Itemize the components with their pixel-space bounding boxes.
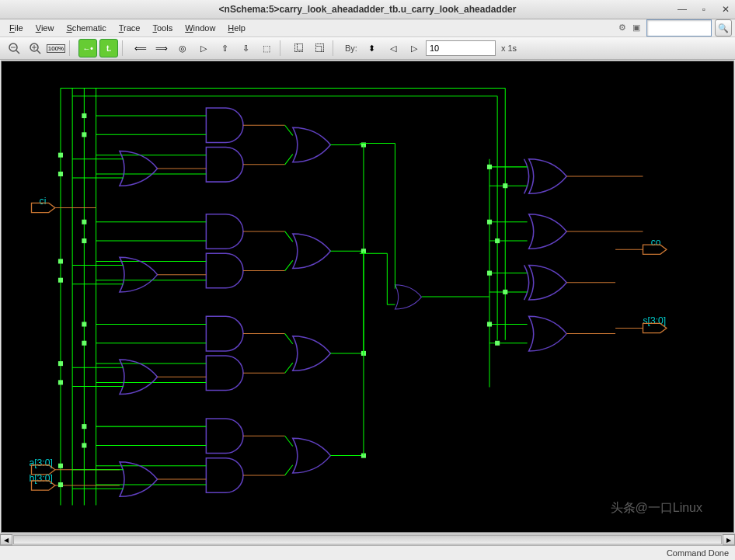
forward-button[interactable]: ⟹ — [152, 39, 171, 57]
port-co-label: co — [651, 237, 661, 248]
window-icon[interactable]: ▣ — [632, 23, 643, 33]
and-gate[interactable] — [206, 148, 243, 183]
and-gate[interactable] — [206, 253, 243, 288]
svg-line-52 — [285, 334, 293, 344]
by-label: By: — [342, 43, 361, 53]
schematic-canvas[interactable]: ci a[3:0] b[3:0] — [1, 61, 734, 533]
time-unit-label: x 1s — [498, 43, 520, 53]
menu-file[interactable]: File — [3, 22, 30, 34]
trace-load-button[interactable]: ▷ — [194, 39, 213, 57]
svg-line-40 — [285, 260, 293, 270]
or-gate[interactable] — [120, 257, 158, 292]
menu-window[interactable]: Window — [179, 22, 221, 34]
port-a-label: a[3:0] — [29, 457, 52, 468]
menu-help[interactable]: Help — [221, 22, 252, 34]
step-back-button[interactable]: ◁ — [384, 39, 402, 57]
settings-icon[interactable]: ⚙ — [618, 23, 629, 33]
menu-trace[interactable]: Trace — [113, 22, 147, 34]
up-button[interactable]: ⇧ — [215, 39, 234, 57]
expand-button[interactable]: ⬚ — [257, 39, 276, 57]
window-title: <nSchema:5>carry_look_aheadadder_tb.u_ca… — [219, 4, 517, 15]
or-gate[interactable] — [120, 151, 158, 186]
or-gate[interactable] — [293, 438, 331, 473]
zoom-out-button[interactable] — [5, 39, 23, 57]
or-gate[interactable] — [293, 234, 331, 269]
search-button[interactable]: 🔍 — [715, 19, 732, 37]
merge-or-gate[interactable] — [395, 285, 421, 309]
search-input[interactable] — [646, 19, 712, 37]
menu-view[interactable]: View — [30, 22, 61, 34]
down-button[interactable]: ⇩ — [236, 39, 255, 57]
step-mode-button[interactable]: ⬍ — [363, 39, 381, 57]
trace-driver-button[interactable]: ◎ — [173, 39, 192, 57]
minimize-button[interactable]: — — [676, 3, 688, 16]
nav-prev-button[interactable]: ←• — [78, 39, 97, 57]
svg-line-65 — [285, 436, 293, 446]
or-gate[interactable] — [120, 360, 158, 395]
scroll-right-button[interactable]: ▶ — [723, 534, 735, 545]
back-button[interactable]: ⟸ — [131, 39, 150, 57]
svg-line-4 — [37, 50, 40, 54]
maximize-button[interactable]: ▫ — [698, 3, 710, 16]
horizontal-scrollbar[interactable]: ◀ ▶ — [0, 534, 735, 545]
titlebar: <nSchema:5>carry_look_aheadadder_tb.u_ca… — [0, 0, 735, 19]
svg-line-66 — [285, 465, 293, 475]
zoom-in-button[interactable] — [26, 39, 44, 57]
scroll-track[interactable] — [13, 535, 722, 544]
toolbar: 100% ←• t. ⟸ ⟹ ◎ ▷ ⇧ ⇩ ⬚ ⿺ ⿹ By: ⬍ ◁ ▷ x… — [0, 37, 735, 60]
menu-schematic[interactable]: Schematic — [60, 22, 112, 34]
status-text: Command Done — [667, 548, 729, 558]
step-forward-button[interactable]: ▷ — [405, 39, 423, 57]
or-gate[interactable] — [293, 336, 331, 371]
close-button[interactable]: ✕ — [719, 3, 732, 16]
and-gate[interactable] — [206, 108, 243, 143]
statusbar: Command Done — [0, 545, 735, 560]
port-ci-label: ci — [40, 196, 47, 207]
and-gate[interactable] — [206, 214, 243, 249]
svg-line-1 — [16, 50, 19, 54]
nav-next-button[interactable]: t. — [99, 39, 118, 57]
or-gate[interactable] — [293, 127, 331, 162]
or-gate[interactable] — [529, 316, 567, 351]
port-b-label: b[3:0] — [29, 473, 52, 484]
and-gate[interactable] — [206, 356, 243, 391]
svg-line-39 — [285, 231, 293, 242]
zoom-100-button[interactable]: 100% — [47, 39, 65, 57]
menu-tools[interactable]: Tools — [147, 22, 179, 34]
and-gate[interactable] — [206, 419, 243, 454]
or-gate[interactable] — [529, 214, 567, 249]
svg-line-26 — [285, 125, 293, 135]
or-gate[interactable] — [120, 462, 158, 497]
xor-gate[interactable] — [524, 159, 567, 194]
xor-gate[interactable] — [524, 265, 567, 300]
ungroup-button[interactable]: ⿹ — [310, 39, 329, 57]
and-gate[interactable] — [206, 458, 243, 493]
time-input[interactable] — [426, 40, 496, 56]
menubar: File View Schematic Trace Tools Window H… — [0, 19, 735, 37]
group-button[interactable]: ⿺ — [289, 39, 308, 57]
svg-line-27 — [285, 155, 293, 165]
and-gate[interactable] — [206, 316, 243, 351]
svg-line-53 — [285, 363, 293, 373]
scroll-left-button[interactable]: ◀ — [0, 534, 12, 545]
